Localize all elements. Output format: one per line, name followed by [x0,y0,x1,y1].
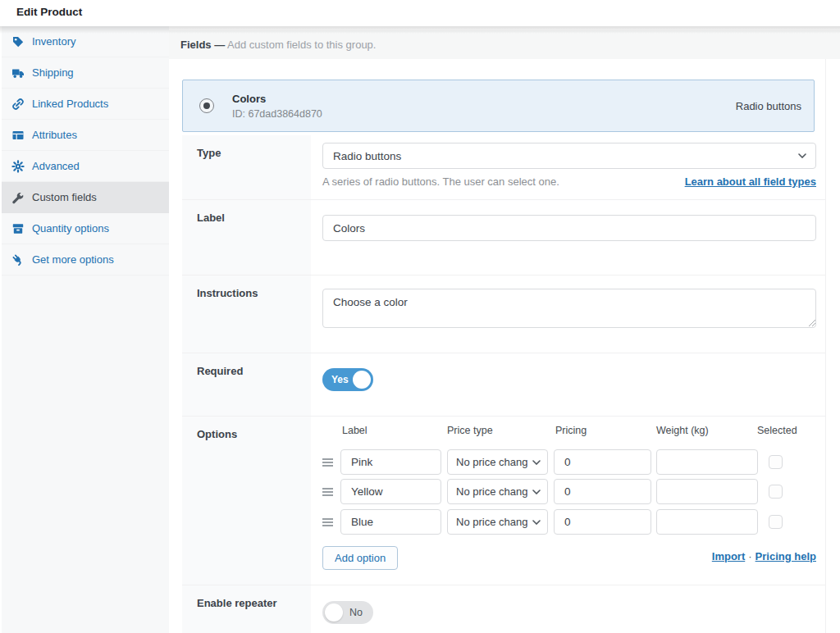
panel-right-border [825,59,826,633]
option-row-blue: No price chang [311,509,825,535]
toggle-knob [325,603,343,622]
sidebar-item-advanced[interactable]: Advanced [2,151,169,182]
required-toggle[interactable]: Yes [322,368,373,391]
enable-repeater-row: Enable repeater No [182,585,825,633]
field-types-link[interactable]: Learn about all field types [685,175,816,188]
drag-handle-icon[interactable] [322,491,333,493]
option-weight-input[interactable] [656,449,758,475]
page-title: Edit Product [16,0,82,25]
options-col-selected: Selected [757,425,797,436]
field-card-id: ID: 67dad3864d870 [232,108,322,120]
option-label-input[interactable] [340,509,441,535]
import-link[interactable]: Import [712,550,745,562]
option-pricing-input[interactable] [554,479,651,504]
field-settings-form: Type Radio buttons A series of radio but… [182,135,825,633]
toggle-knob [353,371,371,389]
sidebar-item-label: Shipping [32,66,74,79]
archive-icon [11,222,25,235]
instructions-label: Instructions [182,276,311,353]
product-data-sidebar: Inventory Shipping Linked Products Attri… [2,26,169,633]
sidebar-item-label: Inventory [32,35,75,48]
label-label: Label [182,200,311,275]
label-input[interactable] [322,215,816,241]
sidebar-item-label: Advanced [32,160,80,172]
required-label: Required [182,353,311,416]
type-row: Type Radio buttons A series of radio but… [182,135,825,199]
add-option-button[interactable]: Add option [322,546,398,570]
field-card-name: Colors [232,93,322,105]
sidebar-item-label: Custom fields [32,191,97,203]
sidebar-item-label: Quantity options [32,222,109,235]
field-card-text: Colors ID: 67dad3864d870 [232,93,322,120]
top-bar: Edit Product [0,0,840,26]
option-price-type-value: No price chang [456,485,527,498]
required-row: Required Yes [182,353,825,416]
main-content: Fields — Add custom fields to this group… [169,26,840,633]
chevron-down-icon [532,490,541,494]
wrench-icon [11,191,25,204]
sidebar-item-label: Linked Products [32,98,108,110]
link-separator: · [748,550,751,562]
option-price-type-select[interactable]: No price chang [447,509,548,535]
enable-repeater-toggle-label: No [349,601,363,624]
chevron-down-icon [532,520,541,525]
option-price-type-select[interactable]: No price chang [447,479,548,504]
sidebar-item-quantity-options[interactable]: Quantity options [2,213,169,244]
instructions-row: Instructions Choose a color [182,275,825,353]
options-label: Options [182,417,311,585]
option-price-type-value: No price chang [456,516,527,528]
table-icon [11,129,25,142]
option-label-input[interactable] [340,449,441,475]
sidebar-item-shipping[interactable]: Shipping [2,57,169,89]
plug-icon [11,253,25,266]
option-pricing-input[interactable] [554,449,651,475]
chevron-down-icon [798,153,806,158]
option-selected-checkbox[interactable] [769,515,783,529]
option-row-yellow: No price chang [311,479,825,504]
option-selected-checkbox[interactable] [769,485,783,499]
option-price-type-select[interactable]: No price chang [447,449,548,475]
options-col-label: Label [342,425,368,436]
option-pricing-input[interactable] [554,509,651,535]
options-row: Options Label Price type Pricing Weight … [182,416,825,585]
sidebar-item-attributes[interactable]: Attributes [2,120,169,151]
options-links: Import·Pricing help [712,550,816,562]
enable-repeater-label: Enable repeater [182,585,311,633]
type-label: Type [182,135,311,199]
fields-header-title: Fields — [180,39,225,51]
field-card-type-badge: Radio buttons [736,100,801,112]
sidebar-item-custom-fields[interactable]: Custom fields [2,182,169,213]
option-price-type-value: No price chang [456,456,527,468]
option-weight-input[interactable] [656,509,758,535]
field-selected-radio[interactable] [199,98,214,113]
tag-icon [11,35,25,48]
link-icon [11,98,25,111]
pricing-help-link[interactable]: Pricing help [756,550,816,562]
sidebar-item-label: Get more options [32,253,114,266]
sidebar-item-linked-products[interactable]: Linked Products [2,89,169,120]
required-toggle-label: Yes [331,368,349,391]
drag-handle-icon[interactable] [322,521,333,523]
fields-header-subtitle: Add custom fields to this group. [227,39,376,51]
option-weight-input[interactable] [656,479,758,504]
drag-handle-icon[interactable] [322,462,333,463]
options-col-weight: Weight (kg) [656,425,709,436]
options-col-price-type: Price type [447,425,493,436]
sidebar-item-inventory[interactable]: Inventory [2,26,169,57]
radio-dot [203,102,210,109]
sidebar-item-get-more-options[interactable]: Get more options [2,244,169,276]
option-selected-checkbox[interactable] [769,455,783,469]
enable-repeater-toggle[interactable]: No [322,601,373,624]
type-select[interactable]: Radio buttons [322,143,816,169]
field-card-colors[interactable]: Colors ID: 67dad3864d870 Radio buttons [182,80,815,132]
label-row: Label [182,199,825,275]
truck-icon [11,66,25,80]
type-select-value: Radio buttons [333,150,401,162]
option-label-input[interactable] [340,479,441,504]
options-col-pricing: Pricing [555,425,587,436]
instructions-textarea[interactable]: Choose a color [322,289,816,328]
option-row-pink: No price chang [311,449,825,475]
type-help-text: A series of radio buttons. The user can … [322,175,559,188]
sidebar-item-label: Attributes [32,129,77,141]
chevron-down-icon [532,460,541,465]
